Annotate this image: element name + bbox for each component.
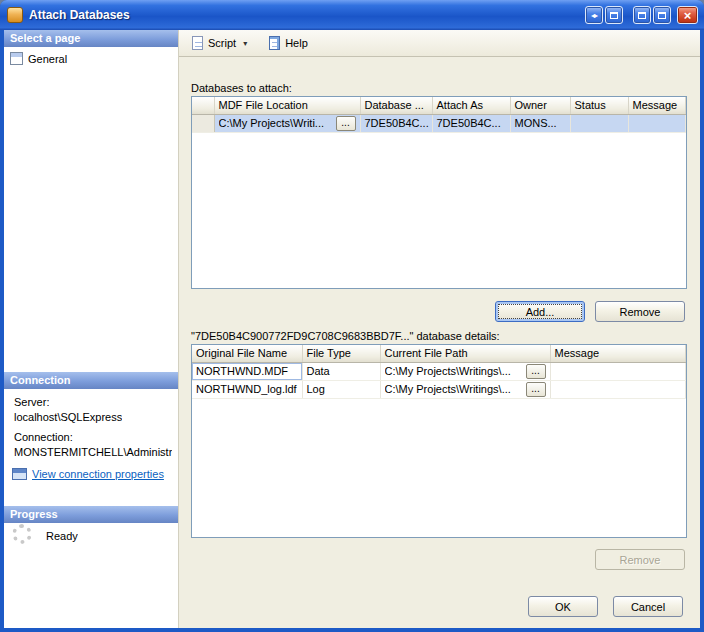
connection-value: MONSTERMITCHELL\Administra (14, 446, 172, 458)
browse-path-button[interactable]: ... (526, 364, 546, 379)
window-arrows-button[interactable]: ◂▸ (585, 6, 603, 24)
attach-as-cell: 7DE50B4C... (432, 114, 510, 132)
database-details-table[interactable]: Original File Name File Type Current Fil… (191, 344, 687, 538)
column-header-indicator[interactable] (192, 97, 214, 114)
progress-spinner-icon (12, 524, 32, 544)
connection-header: Connection (4, 372, 178, 389)
column-header-message[interactable]: Message (628, 97, 686, 114)
script-icon (192, 36, 203, 50)
message-cell (550, 380, 686, 398)
window-title: Attach Databases (29, 0, 130, 30)
window-pin-button[interactable] (605, 6, 623, 24)
ok-button[interactable]: OK (528, 596, 598, 617)
databases-to-attach-table[interactable]: MDF File Location Database ... Attach As… (191, 96, 687, 289)
script-button-label: Script (208, 37, 236, 49)
close-icon: × (684, 9, 692, 22)
sidebar: Select a page General Connection Server:… (4, 30, 178, 628)
server-value: localhost\SQLExpress (14, 411, 122, 423)
message-cell (550, 362, 686, 380)
view-connection-properties-link[interactable]: View connection properties (32, 468, 164, 480)
main-panel: Script ▾ Help Databases to attach: (178, 30, 700, 628)
sidebar-item-general[interactable]: General (10, 52, 67, 65)
status-cell (570, 114, 628, 132)
current-file-path-text: C:\My Projects\Writings\... (385, 365, 511, 377)
progress-status: Ready (46, 530, 78, 542)
view-connection-properties-row: View connection properties (12, 468, 164, 480)
mdf-file-location-cell: C:\My Projects\Writi... ... (214, 114, 360, 132)
file-type-cell: Log (302, 380, 380, 398)
owner-cell: MONS... (510, 114, 570, 132)
table-header-row: MDF File Location Database ... Attach As… (192, 97, 686, 114)
window-maximize-button[interactable] (653, 6, 671, 24)
window-controls: ◂▸ × (583, 6, 698, 24)
remove-details-button[interactable]: Remove (595, 549, 685, 570)
progress-header: Progress (4, 506, 178, 523)
original-file-name-cell: NORTHWND_log.ldf (192, 380, 302, 398)
column-header-original-file-name[interactable]: Original File Name (192, 345, 302, 362)
column-header-file-type[interactable]: File Type (302, 345, 380, 362)
script-button[interactable]: Script ▾ (186, 33, 253, 53)
window-glyph-icon (658, 12, 666, 19)
database-window-icon (7, 7, 23, 23)
column-header-database-name[interactable]: Database ... (360, 97, 432, 114)
window-glyph-icon (610, 12, 618, 19)
help-button-label: Help (285, 37, 308, 49)
current-file-path-cell: C:\My Projects\Writings\... ... (380, 362, 550, 380)
help-icon (269, 36, 280, 50)
table-row[interactable]: NORTHWND.MDF Data C:\My Projects\Writing… (192, 362, 686, 380)
table-row[interactable]: NORTHWND_log.ldf Log C:\My Projects\Writ… (192, 380, 686, 398)
column-header-status[interactable]: Status (570, 97, 628, 114)
remove-button[interactable]: Remove (595, 301, 685, 322)
arrows-icon: ◂▸ (591, 11, 597, 20)
original-file-name-cell: NORTHWND.MDF (192, 362, 302, 380)
add-button[interactable]: Add... (495, 301, 585, 322)
column-header-current-file-path[interactable]: Current File Path (380, 345, 550, 362)
titlebar[interactable]: Attach Databases ◂▸ × (0, 0, 704, 30)
mdf-file-location-text: C:\My Projects\Writi... (219, 117, 325, 129)
connection-properties-icon (12, 468, 27, 480)
table-row[interactable]: C:\My Projects\Writi... ... 7DE50B4C... … (192, 114, 686, 132)
databases-to-attach-label: Databases to attach: (191, 82, 292, 94)
column-header-owner[interactable]: Owner (510, 97, 570, 114)
message-cell (628, 114, 686, 132)
column-header-attach-as[interactable]: Attach As (432, 97, 510, 114)
window-minimize-button[interactable] (633, 6, 651, 24)
browse-mdf-button[interactable]: ... (336, 116, 356, 131)
current-file-path-text: C:\My Projects\Writings\... (385, 383, 511, 395)
attach-databases-dialog: Attach Databases ◂▸ × Select a page Gene… (0, 0, 704, 632)
window-glyph-icon (638, 12, 646, 19)
close-button[interactable]: × (677, 6, 698, 24)
general-page-icon (10, 52, 23, 65)
dialog-body: Select a page General Connection Server:… (4, 30, 700, 628)
column-header-message[interactable]: Message (550, 345, 686, 362)
column-header-mdf-file-location[interactable]: MDF File Location (214, 97, 360, 114)
cancel-button[interactable]: Cancel (613, 596, 683, 617)
file-type-cell: Data (302, 362, 380, 380)
script-dropdown-icon[interactable]: ▾ (243, 39, 247, 48)
select-a-page-header: Select a page (4, 30, 178, 47)
connection-label: Connection: (14, 431, 73, 443)
table-header-row: Original File Name File Type Current Fil… (192, 345, 686, 362)
database-details-label: "7DE50B4C900772FD9C708C9683BBD7F..." dat… (191, 330, 500, 342)
server-label: Server: (14, 396, 49, 408)
row-indicator-cell (192, 114, 214, 132)
toolbar: Script ▾ Help (179, 30, 700, 57)
sidebar-item-label: General (28, 53, 67, 65)
help-button[interactable]: Help (263, 33, 314, 53)
current-file-path-cell: C:\My Projects\Writings\... ... (380, 380, 550, 398)
browse-path-button[interactable]: ... (526, 382, 546, 397)
database-name-cell: 7DE50B4C... (360, 114, 432, 132)
